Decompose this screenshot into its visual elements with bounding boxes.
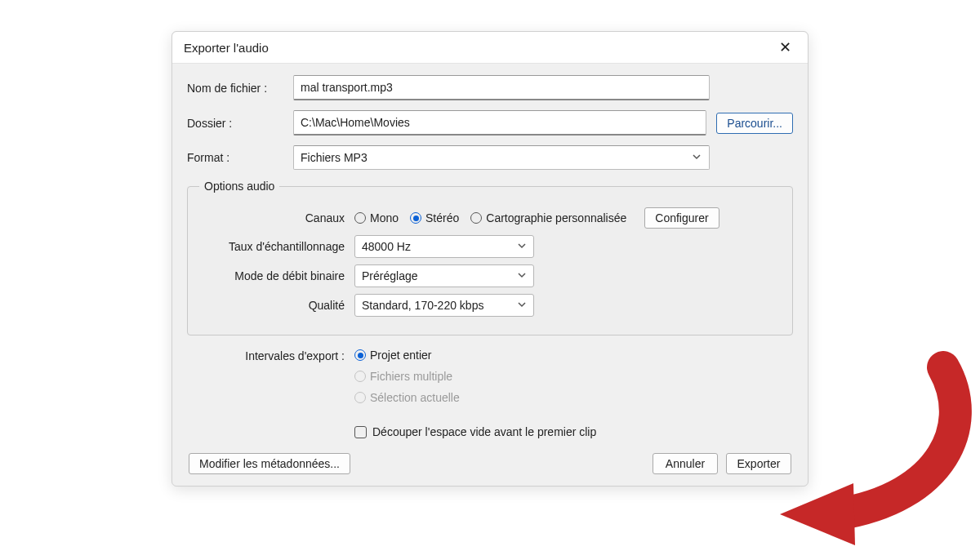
- edit-metadata-button[interactable]: Modifier les métadonnées...: [189, 453, 350, 474]
- folder-label: Dossier :: [187, 117, 293, 130]
- range-full-label: Projet entier: [370, 349, 431, 362]
- bitrate-mode-select[interactable]: Préréglage: [354, 264, 534, 287]
- chevron-down-icon: [517, 299, 527, 312]
- format-select[interactable]: Fichiers MP3: [293, 145, 710, 170]
- range-multi-radio: Fichiers multiple: [354, 370, 585, 383]
- filename-label: Nom de fichier :: [187, 82, 293, 95]
- cancel-button[interactable]: Annuler: [653, 453, 718, 474]
- sample-rate-value: 48000 Hz: [362, 240, 411, 253]
- channel-custom-label: Cartographie personnalisée: [486, 211, 626, 224]
- format-label: Format :: [187, 151, 293, 164]
- channels-label: Canaux: [199, 211, 354, 224]
- browse-button[interactable]: Parcourir...: [716, 113, 793, 134]
- range-selection-label: Sélection actuelle: [370, 391, 460, 404]
- channel-mono-label: Mono: [370, 211, 399, 224]
- quality-value: Standard, 170-220 kbps: [362, 299, 483, 312]
- channel-custom-radio[interactable]: Cartographie personnalisée: [470, 211, 626, 224]
- chevron-down-icon: [517, 269, 527, 282]
- close-icon[interactable]: ✕: [773, 37, 798, 58]
- configure-button[interactable]: Configurer: [644, 207, 719, 229]
- bitrate-mode-label: Mode de débit binaire: [199, 269, 354, 282]
- audio-options-group: Options audio Canaux Mono Stéréo Cartogr…: [187, 180, 793, 335]
- range-selection-radio: Sélection actuelle: [354, 391, 585, 404]
- export-range-label: Intervales d'export :: [187, 349, 354, 438]
- channel-stereo-radio[interactable]: Stéréo: [410, 211, 459, 224]
- range-multi-label: Fichiers multiple: [370, 370, 452, 383]
- export-audio-dialog: Exporter l'audio ✕ Nom de fichier : mal …: [172, 31, 808, 487]
- range-full-radio[interactable]: Projet entier: [354, 349, 585, 362]
- trim-checkbox[interactable]: Découper l'espace vide avant le premier …: [354, 425, 596, 438]
- filename-input[interactable]: mal transport.mp3: [293, 75, 710, 100]
- channel-mono-radio[interactable]: Mono: [354, 211, 399, 224]
- dialog-title: Exporter l'audio: [184, 41, 269, 55]
- titlebar: Exporter l'audio ✕: [172, 32, 808, 64]
- quality-label: Qualité: [199, 299, 354, 312]
- channel-stereo-label: Stéréo: [425, 211, 459, 224]
- bitrate-mode-value: Préréglage: [362, 269, 418, 282]
- trim-label: Découper l'espace vide avant le premier …: [372, 425, 596, 438]
- folder-input[interactable]: C:\Mac\Home\Movies: [293, 110, 706, 136]
- sample-rate-label: Taux d'échantillonnage: [199, 240, 354, 253]
- quality-select[interactable]: Standard, 170-220 kbps: [354, 294, 534, 317]
- sample-rate-select[interactable]: 48000 Hz: [354, 235, 534, 258]
- audio-options-legend: Options audio: [199, 180, 279, 193]
- chevron-down-icon: [517, 240, 527, 253]
- svg-marker-0: [780, 483, 855, 545]
- annotation-arrow: [764, 351, 976, 549]
